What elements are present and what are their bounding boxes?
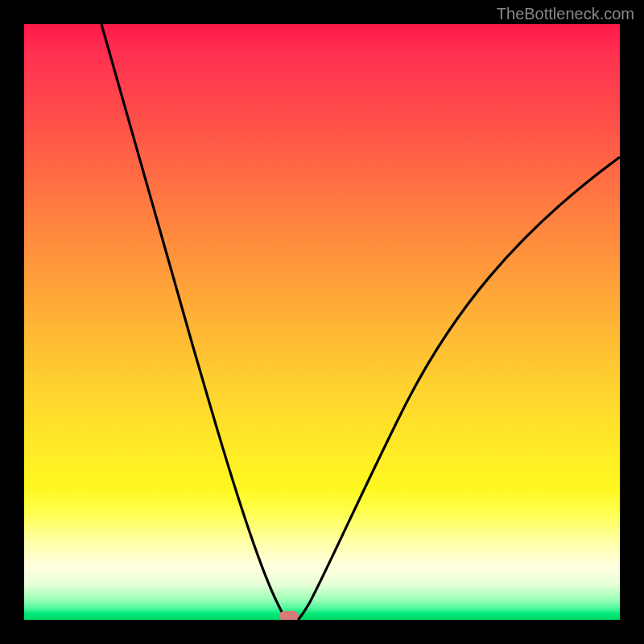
bottleneck-marker (279, 611, 299, 620)
plot-area (24, 24, 620, 620)
curve-svg (24, 24, 620, 620)
watermark-text: TheBottleneck.com (497, 5, 634, 23)
left-curve (101, 24, 287, 620)
right-curve (298, 157, 620, 620)
